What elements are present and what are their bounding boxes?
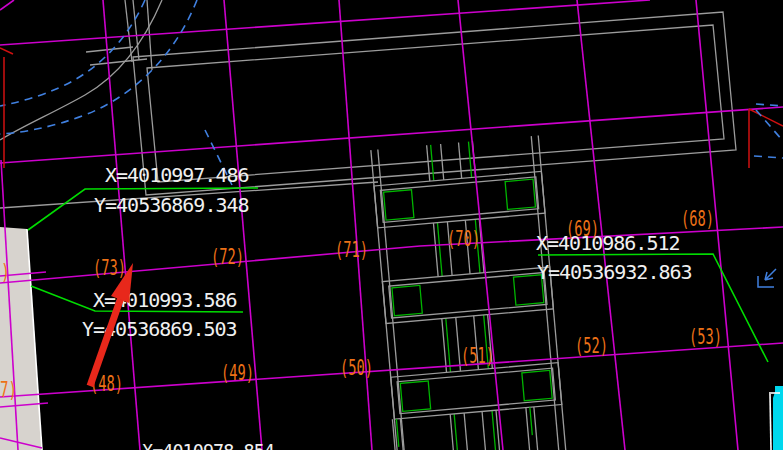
station-label-71: (71) <box>335 238 368 262</box>
station-label-51: (51) <box>461 344 494 368</box>
station-label-50: (50) <box>340 356 373 380</box>
station-label-53: (53) <box>689 325 722 349</box>
coord-label-3-y: Y=40536932.863 <box>537 260 692 284</box>
station-label-70: (70) <box>447 227 480 251</box>
cad-viewport[interactable]: X=4010997.486 Y=40536869.348 X=4010993.5… <box>0 0 783 450</box>
station-label-69: (69) <box>566 217 599 241</box>
coord-label-clipped: X=4010978.854 <box>142 439 275 450</box>
cad-canvas[interactable]: X=4010997.486 Y=40536869.348 X=4010993.5… <box>0 0 783 450</box>
station-label-clipped-47: 7) <box>0 378 17 402</box>
coord-label-1-y: Y=40536869.348 <box>94 193 249 217</box>
station-label-49: (49) <box>221 361 254 385</box>
station-label-72: (72) <box>211 245 244 269</box>
station-label-68: (68) <box>681 207 714 231</box>
station-label-73: (73) <box>93 256 126 280</box>
station-label-52: (52) <box>575 334 608 358</box>
coord-label-1-x: X=4010997.486 <box>105 163 249 187</box>
station-label-clipped-74: ) <box>1 260 10 284</box>
coord-label-3-x: X=4010986.512 <box>536 231 680 255</box>
